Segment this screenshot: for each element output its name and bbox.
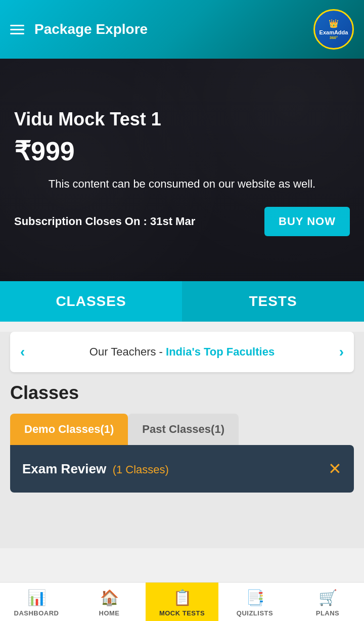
exam-review-card: Exam Review (1 Classes) ✕ bbox=[10, 445, 354, 493]
nav-item-home[interactable]: 🏠 HOME bbox=[73, 583, 146, 621]
quizlists-label: QUIZLISTS bbox=[237, 609, 273, 617]
teachers-highlight: India's Top Faculties bbox=[166, 345, 275, 358]
classes-tab-button[interactable]: CLASSES bbox=[0, 281, 182, 322]
next-teacher-arrow[interactable]: › bbox=[339, 344, 344, 360]
subscription-closes: Subscription Closes On : 31st Mar bbox=[14, 215, 195, 228]
exam-review-title: Exam Review bbox=[22, 461, 106, 476]
prev-teacher-arrow[interactable]: ‹ bbox=[20, 344, 25, 360]
bottom-navigation: 📊 DASHBOARD 🏠 HOME 📋 MOCK TESTS 📑 QUIZLI… bbox=[0, 582, 364, 621]
teachers-banner: ‹ Our Teachers - India's Top Faculties › bbox=[10, 332, 354, 372]
dashboard-icon: 📊 bbox=[27, 589, 46, 606]
mock-tests-icon: 📋 bbox=[173, 589, 192, 606]
past-classes-tab[interactable]: Past Classes(1) bbox=[128, 414, 239, 445]
app-header: Package Explore 👑 ExamAdda 360° bbox=[0, 0, 364, 59]
teachers-text: Our Teachers - bbox=[89, 345, 166, 358]
classes-section: Classes Demo Classes(1) Past Classes(1) … bbox=[0, 372, 364, 503]
app-logo: 👑 ExamAdda 360° bbox=[313, 9, 354, 50]
tab-buttons: CLASSES TESTS bbox=[0, 281, 364, 322]
teachers-label: Our Teachers - India's Top Faculties bbox=[89, 345, 275, 359]
nav-item-dashboard[interactable]: 📊 DASHBOARD bbox=[0, 583, 73, 621]
mock-tests-label: MOCK TESTS bbox=[159, 609, 205, 617]
buy-now-button[interactable]: BUY NOW bbox=[264, 207, 350, 236]
demo-past-tabs: Demo Classes(1) Past Classes(1) bbox=[10, 414, 354, 445]
logo-name: ExamAdda bbox=[320, 29, 348, 35]
plans-icon: 🛒 bbox=[318, 589, 337, 606]
hero-subtitle: This content can be consumed on our webs… bbox=[14, 176, 350, 192]
exam-review-count: (1 Classes) bbox=[113, 463, 169, 476]
classes-heading: Classes bbox=[10, 382, 354, 404]
logo-tagline: 360° bbox=[330, 35, 338, 40]
hero-title: Vidu Mock Test 1 bbox=[14, 109, 350, 130]
quizlists-icon: 📑 bbox=[246, 589, 264, 606]
exam-review-info: Exam Review (1 Classes) bbox=[22, 461, 169, 477]
demo-classes-tab[interactable]: Demo Classes(1) bbox=[10, 414, 128, 445]
tests-tab-button[interactable]: TESTS bbox=[182, 281, 364, 322]
nav-item-mock-tests[interactable]: 📋 MOCK TESTS bbox=[146, 583, 218, 621]
plans-label: PLANS bbox=[316, 609, 340, 617]
hero-section: Vidu Mock Test 1 ₹999 This content can b… bbox=[0, 59, 364, 281]
home-icon: 🏠 bbox=[100, 589, 119, 606]
hero-footer: Subscription Closes On : 31st Mar BUY NO… bbox=[14, 207, 350, 236]
exam-review-close-button[interactable]: ✕ bbox=[328, 459, 342, 478]
content-area: ‹ Our Teachers - India's Top Faculties ›… bbox=[0, 332, 364, 548]
nav-item-plans[interactable]: 🛒 PLANS bbox=[291, 583, 364, 621]
logo-crown-icon: 👑 bbox=[329, 19, 339, 28]
home-label: HOME bbox=[99, 609, 120, 617]
nav-item-quizlists[interactable]: 📑 QUIZLISTS bbox=[218, 583, 291, 621]
page-title: Package Explore bbox=[34, 21, 148, 37]
header-left: Package Explore bbox=[10, 21, 148, 37]
hamburger-menu[interactable] bbox=[10, 25, 24, 34]
hero-price: ₹999 bbox=[14, 136, 350, 166]
dashboard-label: DASHBOARD bbox=[14, 609, 59, 617]
